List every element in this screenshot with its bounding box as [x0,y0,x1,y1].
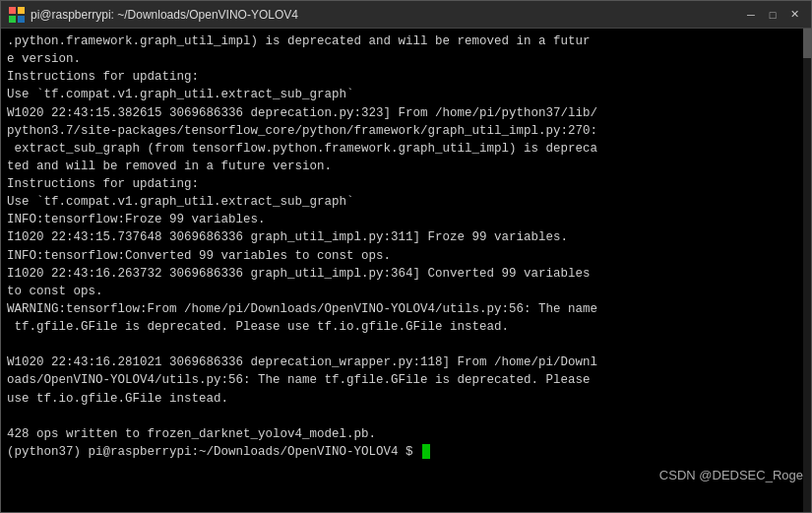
window-controls: ─ □ ✕ [742,6,803,24]
terminal-output: .python.framework.graph_util_impl) is de… [7,32,805,443]
title-bar: pi@raspberrypi: ~/Downloads/OpenVINO-YOL… [1,1,811,29]
watermark: CSDN @DEDSEC_Roge [659,468,803,482]
cursor [422,444,430,459]
maximize-button[interactable]: □ [764,6,781,24]
scrollbar-thumb[interactable] [803,29,811,58]
terminal-window: pi@raspberrypi: ~/Downloads/OpenVINO-YOL… [0,0,812,513]
scrollbar[interactable] [803,29,811,512]
svg-rect-3 [18,16,25,23]
svg-rect-2 [9,16,16,23]
prompt-text: (python37) pi@raspberrypi:~/Downloads/Op… [7,443,420,461]
svg-rect-1 [18,7,25,14]
terminal-icon [9,7,25,23]
prompt-line: (python37) pi@raspberrypi:~/Downloads/Op… [7,443,805,461]
window-title: pi@raspberrypi: ~/Downloads/OpenVINO-YOL… [31,8,742,22]
svg-rect-0 [9,7,16,14]
minimize-button[interactable]: ─ [742,6,760,24]
close-button[interactable]: ✕ [785,6,803,24]
terminal-body[interactable]: .python.framework.graph_util_impl) is de… [1,29,811,512]
